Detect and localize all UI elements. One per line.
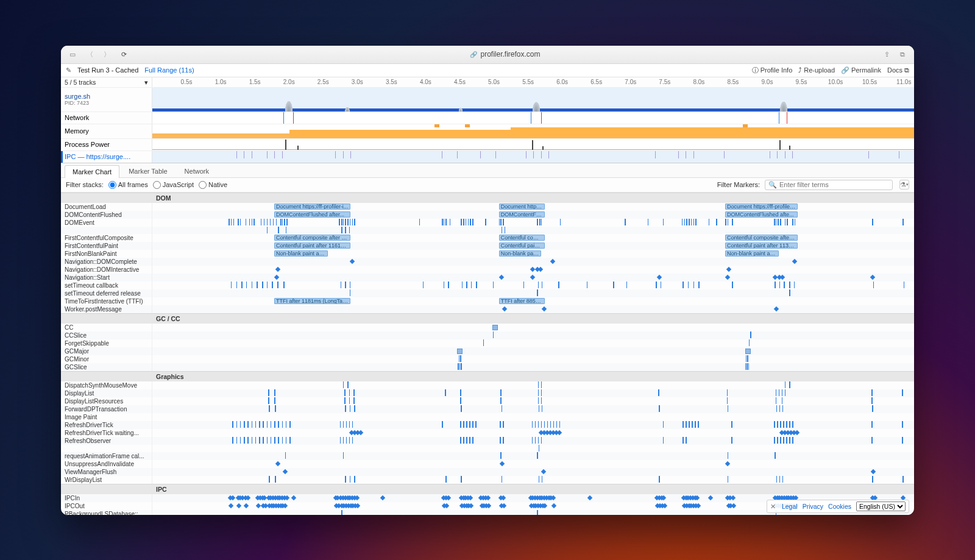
marker-tick[interactable] — [795, 219, 796, 225]
marker-diamond[interactable] — [380, 495, 385, 500]
marker-bar[interactable]: Contentful paint afte... — [499, 243, 545, 249]
marker-tick[interactable] — [286, 219, 288, 225]
marker-row[interactable]: GCSlice — [61, 363, 914, 371]
marker-diamond[interactable] — [550, 258, 555, 263]
marker-tick[interactable] — [686, 421, 687, 428]
marker-diamond[interactable] — [557, 430, 562, 434]
marker-tick[interactable] — [691, 219, 692, 225]
marker-tick[interactable] — [466, 437, 467, 444]
marker-tick[interactable] — [461, 476, 462, 483]
marker-tick[interactable] — [339, 219, 340, 225]
marker-tick[interactable] — [282, 219, 283, 225]
marker-tick[interactable] — [777, 421, 778, 428]
marker-tick[interactable] — [776, 219, 777, 225]
marker-tick[interactable] — [682, 219, 683, 225]
marker-tick[interactable] — [461, 405, 462, 412]
marker-tick[interactable] — [466, 282, 467, 288]
marker-tick[interactable] — [463, 421, 464, 428]
marker-tick[interactable] — [275, 476, 276, 483]
marker-tick[interactable] — [343, 421, 344, 428]
marker-tick[interactable] — [871, 437, 873, 444]
marker-tick[interactable] — [745, 363, 746, 370]
marker-tick[interactable] — [539, 445, 540, 452]
marker-tick[interactable] — [779, 282, 781, 288]
marker-lane[interactable]: TTFI after 1181ms (LongTask wa...TTFI af… — [152, 297, 914, 305]
marker-diamond[interactable] — [587, 495, 592, 500]
marker-tick[interactable] — [902, 421, 903, 428]
edit-icon[interactable]: ✎ — [66, 66, 71, 74]
marker-tick[interactable] — [747, 355, 748, 362]
marker-row[interactable]: ViewManagerFlush — [61, 468, 914, 476]
marker-diamond[interactable] — [780, 274, 785, 279]
marker-row[interactable]: FirstContentfulPaintContentful paint aft… — [61, 242, 914, 250]
marker-tick[interactable] — [493, 282, 494, 288]
memory-track[interactable]: Memory — [61, 124, 914, 138]
marker-tick[interactable] — [500, 452, 502, 459]
marker-lane[interactable]: Non-blank paint after 94...Non-blank pai… — [152, 250, 914, 258]
marker-row[interactable]: TimeToFirstInteractive (TTFI)TTFI after … — [61, 297, 914, 305]
marker-tick[interactable] — [285, 452, 286, 459]
marker-tick[interactable] — [255, 437, 257, 444]
marker-tick[interactable] — [682, 282, 684, 288]
marker-bar[interactable]: Contentful composite a... — [499, 235, 545, 241]
marker-lane[interactable]: DOMContentFlushed after...DOMContentFlus… — [152, 211, 914, 219]
marker-tick[interactable] — [448, 282, 449, 288]
marker-lane[interactable] — [152, 266, 914, 274]
marker-bar[interactable]: Non-blank paint after 94... — [274, 250, 328, 257]
marker-tick[interactable] — [776, 476, 778, 483]
marker-tick[interactable] — [262, 282, 263, 288]
marker-tick[interactable] — [541, 437, 542, 444]
marker-tick[interactable] — [231, 219, 232, 225]
marker-tick[interactable] — [786, 421, 787, 428]
marker-lane[interactable] — [152, 363, 914, 371]
marker-tick[interactable] — [689, 219, 690, 225]
marker-tick[interactable] — [273, 219, 274, 225]
marker-lane[interactable] — [152, 305, 914, 313]
marker-tick[interactable] — [349, 397, 350, 404]
marker-tick[interactable] — [278, 421, 279, 428]
marker-lane[interactable] — [152, 389, 914, 397]
marker-square[interactable] — [745, 349, 751, 354]
marker-tick[interactable] — [556, 421, 558, 428]
marker-tick[interactable] — [274, 389, 275, 396]
marker-lane[interactable] — [152, 227, 914, 234]
marker-tick[interactable] — [254, 219, 255, 225]
marker-tick[interactable] — [663, 219, 664, 225]
marker-tick[interactable] — [442, 219, 443, 225]
marker-tick[interactable] — [343, 381, 344, 388]
marker-tick[interactable] — [274, 437, 275, 444]
marker-row[interactable]: requestAnimationFrame cal... — [61, 452, 914, 460]
marker-lane[interactable] — [152, 355, 914, 363]
marker-diamond[interactable] — [244, 503, 249, 508]
marker-tick[interactable] — [659, 405, 660, 412]
marker-tick[interactable] — [340, 421, 341, 428]
marker-tick[interactable] — [792, 437, 793, 444]
marker-tick[interactable] — [731, 437, 732, 444]
marker-tick[interactable] — [347, 219, 349, 225]
footer-link-privacy[interactable]: Privacy — [803, 503, 823, 510]
marker-tick[interactable] — [782, 405, 784, 412]
marker-tick[interactable] — [346, 421, 347, 428]
marker-row[interactable]: DocumentLoadDocument https://ff-profiler… — [61, 203, 914, 211]
marker-row[interactable] — [61, 227, 914, 234]
marker-tick[interactable] — [277, 282, 278, 288]
marker-row[interactable]: RefreshObserver — [61, 437, 914, 445]
marker-tick[interactable] — [476, 282, 477, 288]
marker-tick[interactable] — [558, 282, 559, 288]
marker-tick[interactable] — [728, 452, 729, 459]
marker-tick[interactable] — [789, 421, 790, 428]
marker-diamond[interactable] — [661, 495, 666, 500]
footer-link-legal[interactable]: Legal — [782, 503, 798, 510]
marker-lane[interactable] — [152, 289, 914, 297]
marker-lane[interactable] — [152, 421, 914, 429]
marker-tick[interactable] — [461, 363, 462, 370]
marker-tick[interactable] — [587, 282, 588, 288]
marker-tick[interactable] — [350, 476, 351, 483]
marker-tick[interactable] — [269, 476, 270, 483]
marker-tick[interactable] — [460, 421, 461, 428]
marker-tick[interactable] — [246, 219, 247, 225]
close-icon[interactable]: ✕ — [770, 503, 776, 510]
marker-bar[interactable]: Contentful paint after 1133ms... — [725, 243, 798, 249]
marker-tick[interactable] — [692, 421, 693, 428]
marker-lane[interactable] — [152, 405, 914, 413]
